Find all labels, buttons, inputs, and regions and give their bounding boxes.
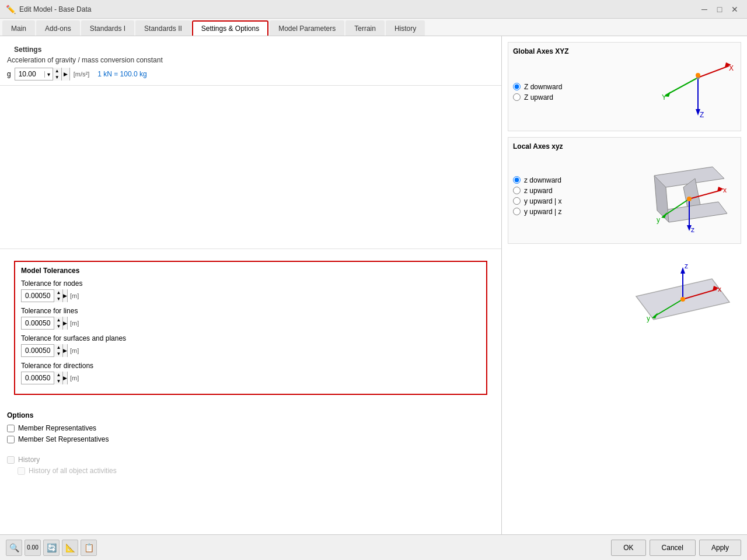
gravity-down-arrow[interactable]: ▼: [53, 74, 61, 80]
tolerance-nodes-input-row: 0.00050 ▲ ▼ ▶ [m]: [21, 289, 480, 302]
global-z-downward-radio[interactable]: [513, 83, 521, 90]
tolerance-nodes-right[interactable]: ▶: [62, 289, 67, 302]
tolerance-nodes-down[interactable]: ▼: [54, 296, 62, 302]
tab-terrain[interactable]: Terrain: [345, 20, 385, 36]
local-z-upward-radio[interactable]: [513, 187, 521, 194]
tolerance-directions-arrows[interactable]: ▲ ▼: [54, 372, 62, 384]
action-buttons: OK Cancel Apply: [611, 540, 741, 556]
value-tool-button[interactable]: 0.00: [25, 540, 41, 556]
tolerance-nodes-arrows[interactable]: ▲ ▼: [54, 289, 62, 302]
tolerance-lines-label: Tolerance for lines: [21, 307, 480, 315]
gravity-input-container[interactable]: 10.00 ▾ ▲ ▼ ▶: [15, 68, 70, 80]
tolerance-nodes-unit: [m]: [70, 292, 79, 299]
tolerance-surfaces-arrows[interactable]: ▲ ▼: [54, 344, 62, 357]
tolerance-lines-arrows[interactable]: ▲ ▼: [54, 317, 62, 330]
ok-button[interactable]: OK: [611, 540, 645, 556]
toolbar: 🔍 0.00 🔄 📐 📋: [6, 540, 97, 556]
tolerances-wrapper: Model Tolerances Tolerance for nodes 0.0…: [0, 249, 501, 407]
member-representatives-row: Member Representatives: [7, 424, 494, 432]
local-y-upward-z-row: y upward | z: [513, 208, 561, 216]
tolerances-title: Model Tolerances: [21, 267, 480, 275]
history-label-row: History: [7, 456, 494, 464]
local-y-upward-x-label: y upward | x: [524, 197, 561, 205]
global-z-downward-row: Z downward: [513, 83, 562, 91]
tolerance-surfaces-input[interactable]: 0.00050 ▲ ▼ ▶: [21, 344, 68, 357]
tolerance-nodes-input[interactable]: 0.00050 ▲ ▼ ▶: [21, 289, 68, 302]
svg-text:Y: Y: [662, 93, 666, 102]
local-y-upward-x-radio[interactable]: [513, 197, 521, 205]
settings-title: Settings: [7, 41, 494, 56]
history-sub: History of all object activities: [7, 467, 494, 475]
tolerance-lines-down[interactable]: ▼: [54, 323, 62, 330]
svg-text:y: y: [647, 314, 650, 323]
tab-settings-options[interactable]: Settings & Options: [192, 20, 268, 36]
tolerance-nodes: Tolerance for nodes 0.00050 ▲ ▼ ▶ [m]: [21, 279, 480, 302]
global-z-upward-radio[interactable]: [513, 93, 521, 101]
tolerance-directions-input[interactable]: 0.00050 ▲ ▼ ▶: [21, 372, 68, 384]
local-z-upward-label: z upward: [524, 187, 553, 195]
member-set-representatives-checkbox[interactable]: [7, 436, 15, 443]
tab-model-params[interactable]: Model Parameters: [270, 20, 344, 36]
tolerance-lines-input[interactable]: 0.00050 ▲ ▼ ▶: [21, 317, 68, 330]
close-button[interactable]: ✕: [728, 3, 741, 16]
gravity-up-arrow[interactable]: ▲: [53, 68, 61, 74]
search-tool-button[interactable]: 🔍: [6, 540, 22, 556]
measure-tool-button[interactable]: 📐: [62, 540, 78, 556]
tolerance-directions-up[interactable]: ▲: [54, 372, 62, 378]
title-bar: ✏️ Edit Model - Base Data ─ □ ✕: [0, 0, 747, 19]
local-z-downward-radio[interactable]: [513, 176, 521, 184]
tolerance-lines-input-row: 0.00050 ▲ ▼ ▶ [m]: [21, 317, 480, 330]
svg-text:X: X: [729, 64, 734, 72]
svg-point-10: [696, 73, 700, 78]
bottom-bar: 🔍 0.00 🔄 📐 📋 OK Cancel Apply: [0, 534, 747, 560]
history-label: History: [18, 456, 40, 464]
cancel-button[interactable]: Cancel: [650, 540, 696, 556]
global-axes-options: Z downward Z upward: [513, 83, 562, 104]
refresh-tool-button[interactable]: 🔄: [43, 540, 60, 556]
tolerance-surfaces-up[interactable]: ▲: [54, 344, 62, 351]
tolerance-nodes-label: Tolerance for nodes: [21, 279, 480, 288]
apply-button[interactable]: Apply: [699, 540, 741, 556]
tab-addons[interactable]: Add-ons: [36, 20, 80, 36]
svg-point-35: [680, 297, 685, 302]
tolerance-directions-down[interactable]: ▼: [54, 378, 62, 384]
member-representatives-label: Member Representatives: [18, 424, 96, 432]
local-z-downward-label: z downward: [524, 176, 561, 184]
tolerance-lines-right[interactable]: ▶: [62, 317, 67, 330]
main-content: Settings Acceleration of gravity / mass …: [0, 36, 747, 534]
tolerance-nodes-up[interactable]: ▲: [54, 289, 62, 296]
tolerance-surfaces-right[interactable]: ▶: [62, 344, 67, 357]
tab-bar: Main Add-ons Standards I Standards II Se…: [0, 19, 747, 36]
history-all-activities-checkbox[interactable]: [18, 467, 25, 475]
tab-main[interactable]: Main: [2, 20, 35, 36]
tab-history[interactable]: History: [386, 20, 425, 36]
local-beam-svg: y x z: [631, 155, 736, 237]
tolerance-surfaces-down[interactable]: ▼: [54, 351, 62, 357]
local-y-upward-z-label: y upward | z: [524, 208, 561, 216]
tolerance-surfaces-label: Tolerance for surfaces and planes: [21, 334, 480, 342]
tolerance-lines-up[interactable]: ▲: [54, 317, 62, 323]
global-axes-title: Global Axes XYZ: [513, 47, 736, 55]
history-checkbox[interactable]: [7, 456, 15, 464]
gravity-arrows[interactable]: ▲ ▼: [53, 68, 61, 80]
gravity-dropdown[interactable]: ▾: [44, 71, 53, 78]
gravity-right-arrow[interactable]: ▶: [61, 68, 69, 80]
global-axes-box: Global Axes XYZ Z downward Z upward: [508, 42, 741, 131]
surface-diagram-wrapper: y x z: [508, 250, 741, 326]
clipboard-tool-button[interactable]: 📋: [81, 540, 97, 556]
maximize-button[interactable]: □: [713, 3, 726, 16]
local-y-upward-z-radio[interactable]: [513, 208, 521, 215]
minimize-button[interactable]: ─: [698, 3, 711, 16]
tolerance-directions-value: 0.00050: [22, 374, 54, 382]
member-representatives-checkbox[interactable]: [7, 425, 15, 432]
svg-line-6: [698, 66, 729, 78]
gravity-info: 1 kN = 100.0 kg: [97, 70, 146, 78]
options-title: Options: [7, 411, 494, 419]
tab-standards2[interactable]: Standards II: [135, 20, 191, 36]
tolerance-directions-right[interactable]: ▶: [62, 372, 67, 384]
local-y-upward-x-row: y upward | x: [513, 197, 561, 205]
local-axes-options: z downward z upward y upward | x y upwar…: [513, 176, 561, 218]
member-set-representatives-label: Member Set Representatives: [18, 435, 109, 443]
tab-standards1[interactable]: Standards I: [81, 20, 134, 36]
svg-text:z: z: [691, 226, 694, 234]
